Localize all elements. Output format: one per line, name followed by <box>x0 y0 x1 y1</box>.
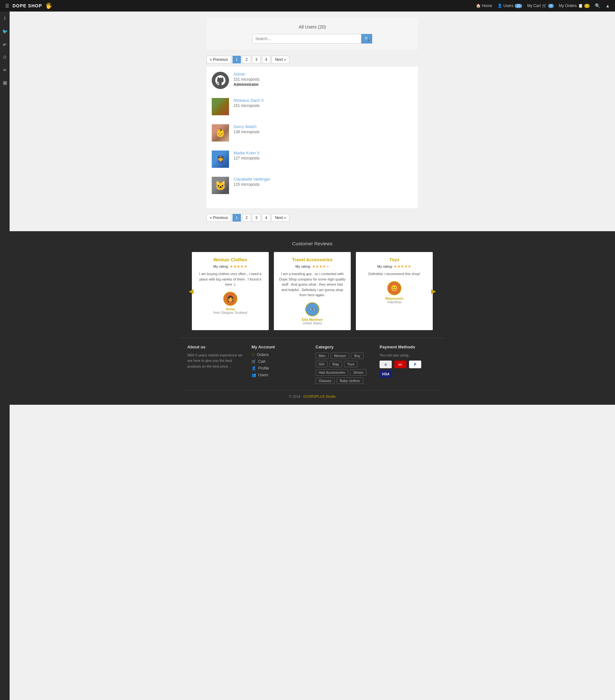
account-profile[interactable]: 👤 Profile <box>251 366 309 371</box>
main-wrapper: f 🐦 g+ ⊙ in ▦ All Users (20) 🔍 « Previou… <box>10 12 615 405</box>
review-user: 👓 Ella Mentree United States <box>279 302 346 325</box>
user-name-link[interactable]: Clarabelle Hettinger <box>234 177 270 182</box>
user-info: Madie Kuhn V 127 microposts <box>234 150 413 160</box>
user-avatar <box>212 98 229 115</box>
page-3-bottom[interactable]: 3 <box>252 214 261 222</box>
mastercard-icon: MC <box>394 361 406 368</box>
category-title: Category <box>316 345 373 349</box>
users-link[interactable]: 👤 Users 20 <box>497 3 522 8</box>
user-info: Gerry Walsh 139 microposts <box>234 124 413 134</box>
sidebar-linkedin[interactable]: in <box>0 66 10 74</box>
next-button-bottom[interactable]: Next » <box>272 214 289 222</box>
orders-link[interactable]: My Orders 📋 8 <box>559 3 590 8</box>
page-2-bottom[interactable]: 2 <box>242 214 251 222</box>
reviewer-location: United States <box>279 322 346 325</box>
review-user: 👩 Anna from Glasgow, Scotland <box>197 292 263 314</box>
search-icon[interactable]: 🔍 <box>595 3 600 8</box>
cart-link[interactable]: My Cart 🛒 4 <box>527 3 554 8</box>
page-1-bottom[interactable]: 1 <box>233 214 241 222</box>
user-posts: 115 microposts <box>234 182 413 187</box>
page-2-top[interactable]: 2 <box>242 56 251 63</box>
user-posts: 127 microposts <box>234 156 413 160</box>
cat-girl[interactable]: Girl <box>316 361 327 367</box>
cat-baby[interactable]: Baby clothes <box>337 377 363 384</box>
pagination-bottom: « Previous 1 2 3 4 Next » <box>207 214 418 222</box>
cat-boy[interactable]: Boy <box>351 352 364 359</box>
reviewer-name[interactable]: Ella Mentree <box>279 318 346 322</box>
account-orders[interactable]: ♡ Orders <box>251 352 309 357</box>
prev-button-bottom[interactable]: « Previous <box>207 214 231 222</box>
cat-women[interactable]: Women <box>331 352 349 359</box>
user-name-link[interactable]: Madie Kuhn V <box>234 150 260 155</box>
page-4-top[interactable]: 4 <box>262 56 271 63</box>
footer-columns: About us With 5 years market experience … <box>181 338 444 384</box>
cat-toys[interactable]: Toys <box>344 361 358 367</box>
profile-nav-icon: 👤 <box>251 366 256 371</box>
cat-shoes[interactable]: Shoes <box>350 369 367 376</box>
sidebar-menu[interactable]: ▦ <box>0 79 10 86</box>
sidebar-github[interactable]: ⊙ <box>0 53 10 61</box>
footer-account: My Account ♡ Orders 🛒 Cart 👤 Profile 👥 U… <box>251 345 309 384</box>
sidebar-googleplus[interactable]: g+ <box>0 40 10 48</box>
review-product: Woman Clothes <box>197 257 263 262</box>
page-3-top[interactable]: 3 <box>252 56 261 63</box>
user-avatar: 👮 <box>212 150 229 168</box>
prev-button-top[interactable]: « Previous <box>207 56 231 63</box>
site-name: DOPE SHOP <box>12 3 42 8</box>
footer-category: Category Men Women Boy Girl Bag Toys Hai… <box>316 345 373 384</box>
user-name-link[interactable]: Gerry Walsh <box>234 124 257 129</box>
search-bar: 🔍 <box>213 34 411 43</box>
category-tags: Men Women Boy Girl Bag Toys Hair Accesso… <box>316 352 373 384</box>
review-product: Travel Accessories <box>279 257 346 262</box>
page-title: All Users (20) <box>213 24 411 29</box>
cat-bag[interactable]: Bag <box>329 361 342 367</box>
reviewer-name[interactable]: Riannynen <box>361 297 428 300</box>
user-item: Admin 151 microposts Administrator <box>212 72 413 92</box>
review-rating: My rating: ★★★★★ <box>197 264 263 268</box>
next-button-top[interactable]: Next » <box>272 56 289 63</box>
cat-glasses[interactable]: Glasses <box>316 377 335 384</box>
topnav: ☰ DOPE SHOP 🖐 🏠 Home 👤 Users 20 My Cart … <box>0 0 615 12</box>
stars: ★★★★★ <box>394 264 411 268</box>
user-name-link[interactable]: Nicklaus Dach II <box>234 98 263 103</box>
arrow-left-icon[interactable]: ◀ <box>189 287 194 295</box>
reviewer-avatar: 👓 <box>305 302 319 316</box>
reviews-grid: ◀ Woman Clothes My rating: ★★★★★ I am bu… <box>181 252 444 330</box>
sidebar-twitter[interactable]: 🐦 <box>0 27 10 35</box>
sidebar-facebook[interactable]: f <box>0 15 10 22</box>
cart-icon: 🛒 <box>542 3 547 8</box>
menu-icon[interactable]: ☰ <box>5 3 9 8</box>
cat-hair[interactable]: Hair Accessories <box>316 369 348 376</box>
review-text: Definitely i recommend this shop! <box>361 271 428 277</box>
user-posts: 151 microposts <box>234 77 413 82</box>
visa-icon: VISA <box>380 370 392 378</box>
sidebar: f 🐦 g+ ⊙ in ▦ <box>0 12 10 405</box>
about-text: With 5 years market experience we are he… <box>187 352 245 370</box>
review-user: 😊 Riannynen Indonesia <box>361 281 428 304</box>
collapse-icon[interactable]: ▲ <box>605 3 610 8</box>
footer-copyright: © 2018 . GOXR3PLUS Studio <box>181 390 444 398</box>
arrow-right-icon[interactable]: ▶ <box>431 287 436 295</box>
home-link[interactable]: 🏠 Home <box>476 3 492 8</box>
stars: ★★★★ <box>312 264 326 268</box>
page-1-top[interactable]: 1 <box>233 56 241 63</box>
search-input[interactable] <box>253 34 361 43</box>
page-4-bottom[interactable]: 4 <box>262 214 271 222</box>
search-button[interactable]: 🔍 <box>361 34 372 43</box>
footer-about: About us With 5 years market experience … <box>187 345 245 384</box>
cat-men[interactable]: Men <box>316 352 329 359</box>
reviews-section: Customer Reviews ◀ Woman Clothes My rati… <box>10 241 615 330</box>
content-area: All Users (20) 🔍 « Previous 1 2 3 4 Next… <box>10 12 615 231</box>
review-text: I am buying clothes very often , i need … <box>197 271 263 287</box>
review-card: ▶ Toys My rating: ★★★★★ Definitely i rec… <box>356 252 433 330</box>
cart-badge: 4 <box>548 4 554 8</box>
search-box: All Users (20) 🔍 <box>207 18 418 50</box>
user-name-link[interactable]: Admin <box>234 72 245 76</box>
account-users[interactable]: 👥 Users <box>251 373 309 377</box>
topnav-brand: ☰ DOPE SHOP 🖐 <box>5 2 52 9</box>
studio-link[interactable]: GOXR3PLUS Studio <box>303 395 336 398</box>
user-avatar: 🐱 <box>212 177 229 194</box>
reviewer-name[interactable]: Anna <box>197 307 263 311</box>
payment-subtitle: You can pay using... <box>380 352 437 358</box>
account-cart[interactable]: 🛒 Cart <box>251 359 309 364</box>
